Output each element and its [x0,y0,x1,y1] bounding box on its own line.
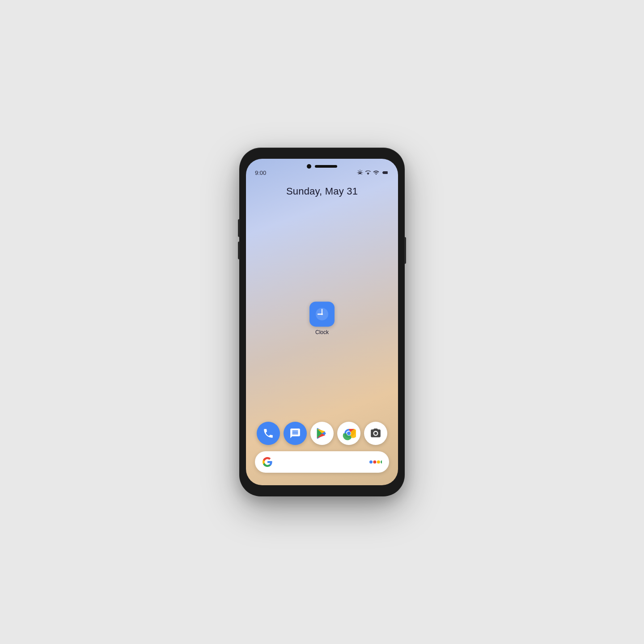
google-g-logo [262,457,273,467]
svg-point-16 [347,432,351,435]
volume-up-button[interactable] [238,219,240,237]
svg-point-18 [369,461,373,464]
clock-face-svg [314,306,330,322]
playstore-icon [315,427,329,440]
chrome-icon [342,426,356,441]
status-icons [357,169,389,176]
svg-point-21 [381,461,382,464]
date-display: Sunday, May 31 [246,186,398,197]
clock-app-label: Clock [315,329,329,335]
svg-point-20 [377,461,380,464]
dock-phone-app[interactable] [257,422,280,445]
wifi-icon [365,169,371,176]
clock-icon-bg [309,301,335,326]
camera-icon [370,428,381,439]
svg-point-19 [373,461,376,464]
alarm-icon [357,169,363,176]
app-dock [255,422,389,445]
phone-device: 9:00 [239,148,405,496]
google-assistant-icon [369,458,382,466]
signal-icon [373,169,379,176]
dock-playstore-app[interactable] [310,422,334,445]
svg-rect-2 [383,172,386,173]
status-bar: 9:00 [246,159,398,181]
svg-point-17 [374,432,377,435]
battery-icon [381,169,389,176]
volume-down-button[interactable] [238,242,240,259]
google-search-bar[interactable] [255,451,389,473]
svg-rect-1 [387,172,387,173]
status-time: 9:00 [255,169,266,176]
dock-chrome-app[interactable] [337,422,360,445]
svg-point-7 [321,313,323,315]
messages-icon [289,428,301,439]
dock-camera-app[interactable] [364,422,387,445]
power-button[interactable] [404,237,406,264]
clock-app-icon[interactable]: Clock [309,301,335,335]
phone-icon [263,428,274,439]
dock-messages-app[interactable] [284,422,307,445]
phone-screen: 9:00 [246,159,398,485]
